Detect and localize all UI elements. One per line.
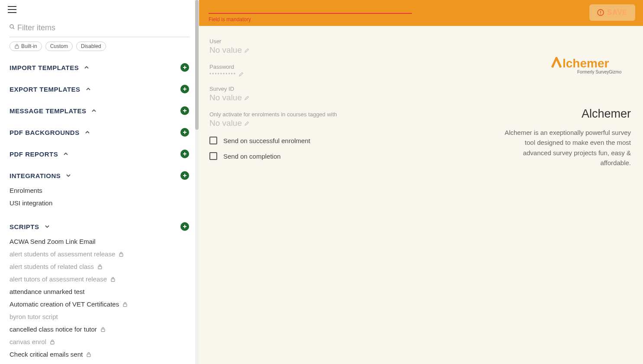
- logo-wordmark: lchemer: [563, 57, 609, 70]
- add-message-button[interactable]: [180, 106, 189, 115]
- form-column: User No value Password •••••••••• Survey…: [209, 38, 400, 168]
- script-item[interactable]: Automatic creation of VET Certificates: [10, 298, 189, 310]
- script-item[interactable]: alert tutors of assessment release: [10, 273, 189, 285]
- hamburger-icon: [8, 6, 16, 13]
- sidebar-scrollbar[interactable]: [195, 0, 199, 364]
- pencil-icon: [244, 96, 249, 100]
- chevron-down-icon: [45, 224, 50, 229]
- section-pdf-reports[interactable]: PDF REPORTS: [10, 150, 189, 158]
- list-item-label: Automatic creation of VET Certificates: [10, 300, 119, 308]
- content: User No value Password •••••••••• Survey…: [199, 26, 643, 180]
- scripts-items: ACWA Send Zoom Link Emailalert students …: [10, 235, 189, 364]
- section-import-templates[interactable]: IMPORT TEMPLATES: [10, 63, 189, 72]
- field-value: No value: [209, 93, 400, 102]
- warning-icon: [597, 9, 604, 16]
- lock-icon: [110, 277, 116, 282]
- field-value: ••••••••••: [209, 71, 400, 77]
- field-value: No value: [209, 45, 400, 55]
- list-item-label: cancelled class notice for tutor: [10, 326, 97, 333]
- add-pdfreport-button[interactable]: [180, 150, 189, 158]
- survey-id-field[interactable]: Survey ID No value: [209, 86, 400, 102]
- field-label: Only activate for enrolments in courses …: [209, 111, 400, 118]
- integration-enrolments[interactable]: Enrolments: [10, 184, 189, 197]
- checkbox[interactable]: [209, 137, 217, 144]
- search-icon: [10, 24, 16, 32]
- script-item[interactable]: alert students of assessment release: [10, 248, 189, 260]
- section-title: SCRIPTS: [10, 223, 39, 230]
- menu-button[interactable]: [0, 0, 199, 16]
- chip-builtin[interactable]: Built-in: [10, 42, 42, 51]
- user-field[interactable]: User No value: [209, 38, 400, 55]
- chevron-up-icon: [85, 130, 90, 134]
- chevron-up-icon: [84, 65, 89, 70]
- lock-icon: [100, 327, 106, 332]
- add-script-button[interactable]: [180, 222, 189, 231]
- integration-description: Alchemer is an exeptionally powerful sur…: [501, 128, 631, 168]
- name-field[interactable]: Field is mandatory: [209, 4, 412, 22]
- chip-label: Built-in: [21, 43, 37, 49]
- section-export-templates[interactable]: EXPORT TEMPLATES: [10, 85, 189, 93]
- password-field[interactable]: Password ••••••••••: [209, 64, 400, 77]
- checkbox-send-enrolment[interactable]: Send on successful enrolment: [209, 137, 400, 144]
- lock-icon: [119, 252, 124, 257]
- lock-icon: [122, 302, 128, 307]
- checkbox-send-completion[interactable]: Send on completion: [209, 152, 400, 160]
- list-item-label: alert students of assessment release: [10, 250, 115, 258]
- field-label: User: [209, 38, 400, 45]
- list-item-label: Check critical emails sent: [10, 351, 83, 358]
- section-scripts[interactable]: SCRIPTS: [10, 222, 189, 231]
- chip-disabled[interactable]: Disabled: [76, 42, 106, 51]
- chip-custom[interactable]: Custom: [45, 42, 73, 51]
- pencil-icon: [239, 72, 244, 77]
- section-title: IMPORT TEMPLATES: [10, 64, 79, 71]
- field-label: Survey ID: [209, 86, 400, 92]
- name-error-text: Field is mandatory: [209, 16, 412, 22]
- section-pdf-backgrounds[interactable]: PDF BACKGROUNDS: [10, 128, 189, 137]
- value-text: No value: [209, 118, 242, 128]
- list-item-label: byron tutor script: [10, 313, 58, 320]
- script-item[interactable]: attendance unmarked test: [10, 285, 189, 298]
- script-item[interactable]: canvas enrol: [10, 335, 189, 348]
- chevron-up-icon: [86, 87, 91, 91]
- add-integration-button[interactable]: [180, 171, 189, 180]
- tag-filter-field[interactable]: Only activate for enrolments in courses …: [209, 111, 400, 128]
- list-item-label: attendance unmarked test: [10, 288, 84, 295]
- add-pdfbg-button[interactable]: [180, 128, 189, 137]
- search-row: [10, 16, 189, 37]
- section-title: PDF REPORTS: [10, 150, 58, 158]
- script-item[interactable]: alert students of related class: [10, 260, 189, 273]
- filter-input[interactable]: [16, 21, 189, 35]
- section-title: MESSAGE TEMPLATES: [10, 107, 86, 115]
- script-item[interactable]: ACWA Send Zoom Link Email: [10, 235, 189, 248]
- checkbox-label: Send on completion: [223, 153, 281, 160]
- sidebar: Built-in Custom Disabled IMPORT TEMPLATE…: [0, 0, 199, 364]
- integration-usi[interactable]: USI integration: [10, 197, 189, 209]
- alchemer-logo: lchemer Formerly SurveyGizmo: [550, 55, 627, 77]
- checkbox[interactable]: [209, 152, 217, 160]
- field-label: Password: [209, 64, 400, 70]
- lock-icon: [86, 352, 91, 357]
- section-list: IMPORT TEMPLATES EXPORT TEMPLATES MESSAG…: [0, 53, 199, 364]
- toolbar: Field is mandatory SAVE: [199, 0, 643, 26]
- section-title: INTEGRATIONS: [10, 172, 61, 179]
- section-title: PDF BACKGROUNDS: [10, 129, 80, 136]
- value-text: ••••••••••: [209, 71, 236, 77]
- save-button[interactable]: SAVE: [589, 4, 635, 21]
- script-item[interactable]: check start time: [10, 361, 189, 364]
- script-item[interactable]: cancelled class notice for tutor: [10, 323, 189, 335]
- script-item[interactable]: Check critical emails sent: [10, 348, 189, 361]
- section-integrations[interactable]: INTEGRATIONS: [10, 171, 189, 180]
- value-text: No value: [209, 45, 242, 55]
- chevron-up-icon: [63, 152, 68, 156]
- lock-icon: [14, 44, 19, 49]
- add-export-button[interactable]: [180, 85, 189, 93]
- lock-icon: [50, 339, 55, 345]
- scrollbar-thumb[interactable]: [195, 0, 199, 130]
- section-message-templates[interactable]: MESSAGE TEMPLATES: [10, 106, 189, 115]
- list-item-label: ACWA Send Zoom Link Email: [10, 238, 96, 245]
- script-item[interactable]: byron tutor script: [10, 310, 189, 323]
- integration-title: Alchemer: [582, 107, 631, 121]
- main-panel: Field is mandatory SAVE User No value Pa…: [199, 0, 643, 364]
- add-import-button[interactable]: [180, 63, 189, 72]
- pencil-icon: [244, 121, 249, 126]
